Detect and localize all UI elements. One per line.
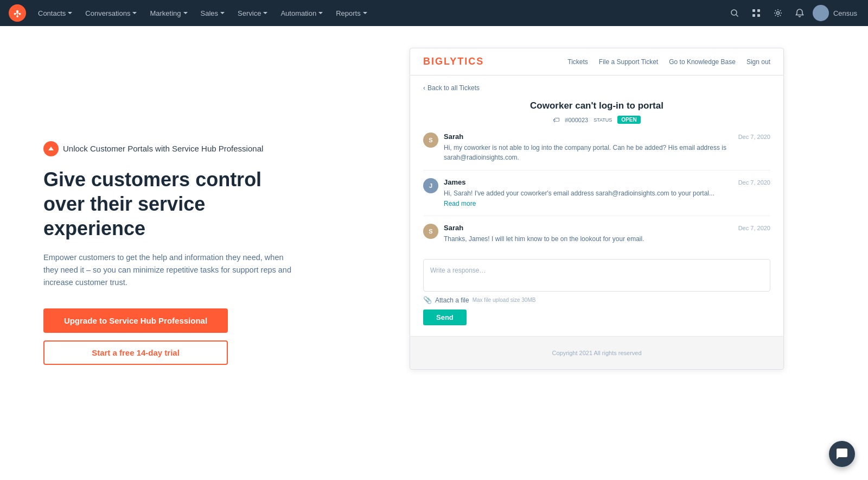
portal-body: ‹ Back to all Tickets Coworker can't log… (410, 75, 783, 336)
portal-footer: Copyright 2021 All rights reserved (410, 336, 783, 369)
hubspot-logo[interactable] (9, 4, 26, 22)
messages-container: SSarahDec 7, 2020Hi, my coworker is not … (423, 132, 770, 251)
right-panel: BIGLYTICS Tickets File a Support Ticket … (347, 26, 868, 480)
message-text: Hi, Sarah! I've added your coworker's em… (444, 188, 770, 198)
message-author: James (444, 178, 465, 186)
portal-nav: Tickets File a Support Ticket Go to Know… (567, 58, 770, 66)
brand-prefix: BI (423, 56, 435, 67)
svg-point-7 (731, 10, 737, 15)
nav-contacts[interactable]: Contacts (33, 0, 78, 26)
svg-rect-12 (757, 14, 760, 17)
message-item: SSarahDec 7, 2020Thanks, James! I will l… (423, 224, 770, 251)
apps-icon[interactable] (748, 4, 765, 22)
portal-header: BIGLYTICS Tickets File a Support Ticket … (410, 48, 783, 75)
footer-text: Copyright 2021 All rights reserved (552, 350, 641, 356)
svg-point-3 (16, 15, 18, 17)
message-text: Hi, my coworker is not able to log into … (444, 143, 770, 162)
notifications-icon[interactable] (791, 4, 808, 22)
message-date: Dec 7, 2020 (738, 179, 770, 186)
portal-nav-knowledge[interactable]: Go to Knowledge Base (669, 58, 736, 66)
portal-brand: BIGLYTICS (423, 56, 484, 67)
message-date: Dec 7, 2020 (738, 225, 770, 231)
message-item: SSarahDec 7, 2020Hi, my coworker is not … (423, 132, 770, 170)
message-avatar: S (423, 224, 438, 239)
nav-automation[interactable]: Automation (275, 0, 328, 26)
message-author: Sarah (444, 224, 463, 232)
read-more-link[interactable]: Read more (444, 200, 476, 207)
attach-row: 📎 Attach a file Max file upload size 30M… (423, 296, 770, 304)
top-navigation: Contacts Conversations Marketing Sales S… (0, 0, 868, 26)
chat-bubble[interactable] (829, 441, 855, 467)
ticket-title-row: Coworker can't log-in to portal (423, 100, 770, 111)
message-content: SarahDec 7, 2020Hi, my coworker is not a… (444, 132, 770, 162)
message-date: Dec 7, 2020 (738, 134, 770, 140)
svg-rect-10 (757, 9, 760, 12)
user-menu[interactable]: Census (833, 9, 859, 17)
portal-nav-support[interactable]: File a Support Ticket (599, 58, 658, 66)
portal-preview: BIGLYTICS Tickets File a Support Ticket … (410, 48, 784, 370)
message-avatar: S (423, 132, 438, 148)
nav-marketing[interactable]: Marketing (144, 0, 193, 26)
svg-rect-9 (752, 9, 755, 12)
back-link-label: Back to all Tickets (427, 84, 480, 92)
svg-rect-11 (752, 14, 755, 17)
send-button[interactable]: Send (423, 310, 467, 325)
topnav-right: Census (726, 4, 859, 22)
response-area[interactable]: Write a response… (423, 259, 770, 292)
message-content: JamesDec 7, 2020Hi, Sarah! I've added yo… (444, 178, 770, 208)
nav-conversations[interactable]: Conversations (80, 0, 142, 26)
ticket-id: #000023 (565, 117, 588, 123)
trial-button[interactable]: Start a free 14-day trial (43, 340, 228, 365)
main-heading: Give customers control over their servic… (43, 167, 304, 241)
attach-label: Attach a file (435, 296, 469, 304)
attachment-icon: 📎 (423, 296, 432, 304)
left-panel: Unlock Customer Portals with Service Hub… (0, 26, 347, 480)
brand-suffix: LYTICS (444, 56, 484, 67)
ticket-title: Coworker can't log-in to portal (423, 100, 770, 111)
settings-icon[interactable] (769, 4, 787, 22)
search-icon[interactable] (726, 4, 743, 22)
svg-line-8 (736, 15, 738, 17)
back-link[interactable]: ‹ Back to all Tickets (423, 84, 770, 92)
upgrade-button[interactable]: Upgrade to Service Hub Professional (43, 308, 228, 333)
message-item: JJamesDec 7, 2020Hi, Sarah! I've added y… (423, 178, 770, 216)
status-badge: OPEN (617, 116, 640, 124)
svg-point-0 (16, 10, 19, 13)
main-content: Unlock Customer Portals with Service Hub… (0, 26, 868, 480)
response-placeholder: Write a response… (430, 267, 486, 274)
message-text: Thanks, James! I will let him know to be… (444, 234, 770, 244)
nav-sales[interactable]: Sales (195, 0, 231, 26)
unlock-badge: Unlock Customer Portals with Service Hub… (43, 141, 304, 156)
unlock-title: Unlock Customer Portals with Service Hub… (63, 144, 263, 153)
upgrade-arrow-icon (43, 141, 59, 156)
sub-description: Empower customers to get the help and in… (43, 251, 293, 289)
nav-reports[interactable]: Reports (330, 0, 373, 26)
user-avatar[interactable] (813, 5, 829, 21)
svg-point-13 (776, 12, 779, 15)
message-content: SarahDec 7, 2020Thanks, James! I will le… (444, 224, 770, 244)
brand-highlight: G (435, 56, 444, 67)
message-avatar: J (423, 178, 438, 193)
nav-service[interactable]: Service (232, 0, 273, 26)
portal-nav-signout[interactable]: Sign out (746, 58, 770, 66)
ticket-meta: 🏷 #000023 STATUS OPEN (423, 116, 770, 124)
chevron-left-icon: ‹ (423, 84, 425, 92)
status-label: STATUS (593, 117, 612, 123)
attach-hint: Max file upload size 30MB (473, 297, 536, 303)
portal-nav-tickets[interactable]: Tickets (567, 58, 588, 66)
message-author: Sarah (444, 132, 463, 141)
